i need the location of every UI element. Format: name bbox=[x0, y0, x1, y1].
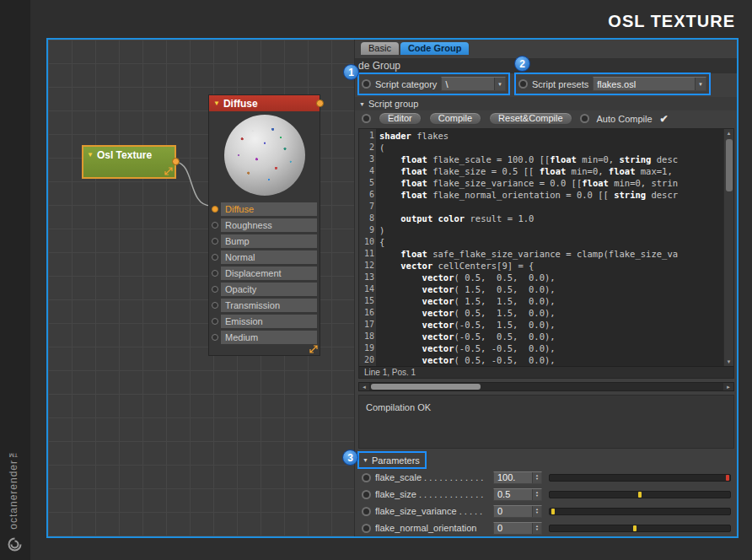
scroll-down-icon[interactable]: ▼ bbox=[724, 359, 733, 364]
node-slot-opacity[interactable]: Opacity bbox=[212, 281, 317, 297]
node-diffuse[interactable]: ▼ Diffuse DiffuseRoughnessBumpNormalDisp… bbox=[208, 94, 320, 356]
code-line: float flake_size = 0.5 [[ float min=0, f… bbox=[379, 165, 723, 177]
section-triangle-icon[interactable]: ▼ bbox=[363, 457, 368, 463]
port-icon bbox=[362, 114, 371, 123]
vertical-scrollbar[interactable]: ▲ ▼ bbox=[723, 129, 733, 366]
line-number: 17 bbox=[359, 319, 374, 331]
slot-label: Emission bbox=[221, 315, 317, 328]
parameter-label: flake_size . . . . . . . . . . . . . bbox=[375, 489, 493, 499]
stepper-icon[interactable]: ▲▼ bbox=[532, 489, 541, 500]
output-port[interactable] bbox=[172, 158, 180, 165]
octane-logo-icon bbox=[8, 537, 22, 552]
input-port[interactable] bbox=[212, 238, 218, 245]
parameter-value: 0 bbox=[494, 506, 532, 516]
node-slot-roughness[interactable]: Roughness bbox=[212, 217, 317, 233]
slider-marker[interactable] bbox=[726, 475, 729, 481]
slider-marker[interactable] bbox=[551, 509, 555, 514]
code-line: vector(-0.5, -0.5, 0.0), bbox=[379, 342, 723, 354]
line-number: 15 bbox=[359, 295, 374, 307]
parameter-label: flake_scale . . . . . . . . . . . . bbox=[375, 472, 493, 482]
parameter-value-input[interactable]: 100.▲▼ bbox=[493, 471, 542, 484]
left-sidebar: octanerender™ bbox=[0, 0, 30, 560]
parameter-slider[interactable] bbox=[549, 525, 731, 532]
parameter-slider[interactable] bbox=[549, 491, 731, 498]
node-title: Osl Texture bbox=[97, 149, 152, 161]
input-port[interactable] bbox=[212, 270, 218, 277]
parameter-value-input[interactable]: 0▲▼ bbox=[493, 522, 542, 535]
code-line: vector( 1.5, 1.5, 0.0), bbox=[379, 295, 723, 307]
node-slot-normal[interactable]: Normal bbox=[212, 249, 317, 265]
script-category-dropdown[interactable]: \ ▼ bbox=[441, 77, 506, 91]
input-port[interactable] bbox=[212, 302, 218, 309]
code-lines[interactable]: shader flakes( float flake_scale = 100.0… bbox=[376, 129, 723, 366]
tab-code-group[interactable]: Code Group bbox=[400, 42, 470, 55]
octane-brand-text: octanerender™ bbox=[8, 447, 19, 530]
parameter-value-input[interactable]: 0▲▼ bbox=[493, 505, 542, 518]
line-number: 6 bbox=[359, 189, 374, 201]
resize-handle-icon[interactable] bbox=[309, 345, 318, 353]
node-slot-transmission[interactable]: Transmission bbox=[212, 297, 317, 313]
stepper-icon[interactable]: ▲▼ bbox=[532, 472, 541, 483]
node-slot-emission[interactable]: Emission bbox=[212, 313, 317, 329]
editor-button[interactable]: Editor bbox=[379, 112, 422, 125]
node-osl-texture[interactable]: ▼ Osl Texture bbox=[82, 145, 176, 179]
scroll-up-icon[interactable]: ▲ bbox=[724, 131, 733, 136]
script-presets-dropdown[interactable]: flakes.osl ▼ bbox=[593, 77, 706, 91]
node-slot-diffuse[interactable]: Diffuse bbox=[212, 201, 317, 217]
scrollbar-thumb[interactable] bbox=[726, 139, 733, 191]
scroll-left-icon[interactable]: ◄ bbox=[359, 383, 369, 390]
chevron-down-icon[interactable]: ▼ bbox=[695, 78, 706, 90]
port-icon bbox=[518, 79, 528, 89]
line-number-gutter: 1234567891011121314151617181920 bbox=[359, 129, 376, 366]
annotation-step-1: 1 bbox=[343, 64, 359, 80]
input-port[interactable] bbox=[212, 286, 218, 293]
stepper-icon[interactable]: ▲▼ bbox=[532, 506, 541, 517]
tab-bar: Basic Code Group bbox=[361, 42, 469, 55]
scrollbar-track[interactable] bbox=[369, 383, 723, 390]
line-number: 20 bbox=[359, 354, 374, 366]
line-number: 8 bbox=[359, 213, 374, 224]
code-editor[interactable]: 1234567891011121314151617181920 shader f… bbox=[358, 128, 734, 379]
line-number: 18 bbox=[359, 331, 374, 342]
input-port[interactable] bbox=[212, 334, 218, 341]
resize-handle-icon[interactable] bbox=[164, 167, 173, 175]
parameter-row: flake_size . . . . . . . . . . . . .0.5▲… bbox=[355, 486, 737, 503]
reset-compile-button[interactable]: Reset&Compile bbox=[489, 112, 572, 125]
collapse-triangle-icon[interactable]: ▼ bbox=[87, 152, 94, 159]
horizontal-scrollbar[interactable]: ◄ ► bbox=[358, 382, 734, 391]
slot-label: Diffuse bbox=[221, 202, 317, 216]
parameter-slider[interactable] bbox=[549, 508, 731, 515]
slider-marker[interactable] bbox=[633, 525, 637, 531]
slider-marker[interactable] bbox=[638, 492, 642, 498]
tab-basic[interactable]: Basic bbox=[361, 42, 399, 55]
code-line: float flake_size_variance = 0.0 [[float … bbox=[379, 177, 723, 189]
scroll-right-icon[interactable]: ► bbox=[723, 383, 733, 390]
input-port[interactable] bbox=[212, 222, 218, 229]
line-number: 13 bbox=[359, 272, 374, 283]
line-number: 1 bbox=[359, 130, 374, 142]
node-slot-medium[interactable]: Medium bbox=[212, 329, 317, 345]
scrollbar-thumb[interactable] bbox=[371, 384, 481, 390]
node-slot-displacement[interactable]: Displacement bbox=[212, 265, 317, 281]
input-port[interactable] bbox=[212, 206, 218, 213]
chevron-down-icon[interactable]: ▼ bbox=[494, 78, 505, 90]
auto-compile-checkbox[interactable]: ✔ bbox=[660, 113, 669, 125]
code-line: { bbox=[379, 236, 723, 248]
parameter-value-input[interactable]: 0.5▲▼ bbox=[493, 488, 542, 501]
code-line: output color result = 1.0 bbox=[379, 213, 723, 224]
node-slot-bump[interactable]: Bump bbox=[212, 233, 317, 249]
collapse-triangle-icon[interactable]: ▼ bbox=[213, 100, 220, 107]
auto-compile-label: Auto Compile bbox=[597, 114, 653, 124]
script-group-section[interactable]: ▼ Script group bbox=[355, 97, 737, 110]
parameters-section[interactable]: ▼ Parameters bbox=[357, 451, 427, 469]
diffuse-node-header[interactable]: ▼ Diffuse bbox=[209, 95, 320, 111]
input-port[interactable] bbox=[212, 254, 218, 261]
code-line: shader flakes bbox=[379, 130, 723, 142]
parameter-slider[interactable] bbox=[549, 474, 731, 482]
slot-label: Roughness bbox=[221, 218, 317, 232]
section-triangle-icon[interactable]: ▼ bbox=[359, 101, 365, 107]
compile-button[interactable]: Compile bbox=[429, 112, 481, 125]
stepper-icon[interactable]: ▲▼ bbox=[532, 523, 541, 534]
input-port[interactable] bbox=[212, 318, 218, 325]
output-port[interactable] bbox=[316, 100, 324, 107]
